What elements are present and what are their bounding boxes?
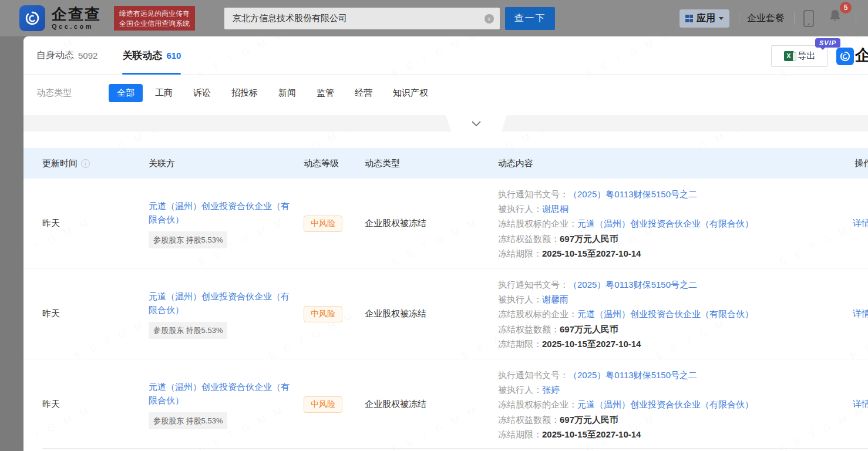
time-value: 昨天 (42, 308, 60, 318)
content-line: 冻结股权标的企业：元道（温州）创业投资合伙企业（有限合伙） (498, 307, 850, 321)
notifications-bell[interactable]: 5 (827, 7, 847, 29)
party-tag: 参股股东 持股5.53% (149, 412, 227, 429)
row-content: 执行通知书文号：（2025）粤0113财保5150号之二被执行人：张婷冻结股权标… (498, 359, 850, 449)
col-header-party: 关联方 (149, 158, 304, 169)
content-line-link[interactable]: （2025）粤0113财保5150号之二 (568, 370, 697, 380)
info-icon[interactable]: i (81, 159, 90, 168)
party-link[interactable]: 元道（温州）创业投资合伙企业（有限合伙） (149, 290, 290, 317)
type-value: 企业股权被冻结 (365, 308, 426, 318)
qcc-logo-icon[interactable] (19, 5, 45, 31)
collapse-toggle[interactable] (446, 115, 507, 132)
apps-label: 应用 (697, 12, 715, 25)
col-header-label: 动态类型 (365, 158, 400, 169)
content-line-label: 执行通知书文号： (498, 189, 568, 199)
content-line: 冻结期限：2025-10-15至2027-10-14 (498, 427, 850, 442)
row-party: 元道（温州）创业投资合伙企业（有限合伙） 参股股东 持股5.53% (149, 290, 304, 339)
content-line: 执行通知书文号：（2025）粤0113财保5150号之二 (498, 277, 850, 292)
content-line-label: 被执行人： (498, 204, 542, 214)
row-content: 执行通知书文号：（2025）粤0113财保5150号之二被执行人：谢馨雨冻结股权… (498, 269, 850, 359)
content-line-link[interactable]: （2025）粤0113财保5150号之二 (568, 189, 697, 199)
party-link[interactable]: 元道（温州）创业投资合伙企业（有限合伙） (149, 380, 290, 407)
mobile-app-icon[interactable] (803, 10, 814, 27)
qcc-mini-logo-icon[interactable] (836, 48, 854, 65)
detail-link[interactable]: 详情 (853, 218, 868, 228)
search-input[interactable] (224, 14, 485, 23)
filter-chip[interactable]: 工商 (155, 84, 173, 102)
search-box: x (224, 8, 500, 29)
filter-chip[interactable]: 全部 (109, 84, 143, 102)
party-link[interactable]: 元道（温州）创业投资合伙企业（有限合伙） (149, 199, 290, 226)
col-header-label: 关联方 (149, 158, 175, 169)
slogan-line1: 缔造有远见的商业传奇 (119, 9, 190, 18)
search-button[interactable]: 查一下 (505, 7, 555, 30)
content-line-value: 2025-10-15至2027-10-14 (542, 339, 641, 349)
qcc-logo-glyph (24, 10, 41, 26)
content-line: 被执行人：谢馨雨 (498, 292, 850, 307)
enterprise-package-link[interactable]: 企业套餐 (747, 12, 785, 25)
type-value: 企业股权被冻结 (365, 399, 426, 409)
brand-block[interactable]: 企查查 Qcc.com (52, 6, 101, 30)
content-line: 冻结股权标的企业：元道（温州）创业投资合伙企业（有限合伙） (498, 397, 850, 412)
content-line: 被执行人：谢思桐 (498, 201, 850, 216)
slogan-banner: 缔造有远见的商业传奇 全国企业信用查询系统 (114, 6, 195, 31)
filter-collapse-strip (23, 115, 868, 132)
row-party: 元道（温州）创业投资合伙企业（有限合伙） 参股股东 持股5.53% (149, 199, 304, 248)
content-line: 被执行人：张婷 (498, 382, 850, 397)
content-line-link[interactable]: 谢思桐 (542, 204, 568, 214)
row-action: 详情 (850, 308, 868, 319)
filter-chip[interactable]: 诉讼 (193, 84, 211, 102)
tab-count: 610 (166, 51, 181, 60)
row-level: 中风险 (304, 306, 365, 322)
detail-link[interactable]: 详情 (853, 308, 868, 318)
content-line: 冻结股权标的企业：元道（温州）创业投资合伙企业（有限合伙） (498, 216, 850, 231)
filter-label: 动态类型 (36, 87, 109, 99)
content-line-label: 执行通知书文号： (498, 370, 568, 380)
content-line-label: 冻结权益数额： (498, 324, 560, 334)
content-line: 冻结期限：2025-10-15至2027-10-14 (498, 246, 850, 261)
export-label: 导出 (798, 51, 816, 62)
filter-chip[interactable]: 新闻 (278, 84, 296, 102)
tab-related-dynamics[interactable]: 关联动态 610 (122, 36, 181, 75)
filter-chip[interactable]: 招投标 (231, 84, 258, 102)
dynamics-panel: E E 7 G M ME E 7 G M ME E 7 G M ME E 7 G… (23, 36, 868, 451)
row-party: 元道（温州）创业投资合伙企业（有限合伙） 参股股东 持股5.53% (149, 380, 304, 429)
filter-chip[interactable]: 监管 (317, 84, 334, 102)
apps-grid-icon (685, 15, 693, 22)
col-header-label: 动态内容 (498, 158, 533, 169)
content-line-label: 执行通知书文号： (498, 280, 568, 290)
content-line-link[interactable]: 元道（温州）创业投资合伙企业（有限合伙） (577, 399, 753, 409)
top-header-bar: 企查查 Qcc.com 缔造有远见的商业传奇 全国企业信用查询系统 x 查一下 … (0, 0, 868, 36)
table-header: 更新时间 i 关联方 动态等级 动态类型 动态内容 操作 (23, 148, 868, 179)
filter-row: 动态类型 全部工商诉讼招投标新闻监管经营知识产权 (23, 75, 868, 112)
chevron-down-icon (719, 17, 724, 20)
content-line-link[interactable]: 谢馨雨 (542, 294, 568, 304)
content-line-link[interactable]: 张婷 (542, 385, 560, 395)
time-value: 昨天 (42, 399, 60, 409)
content-line-link[interactable]: 元道（温州）创业投资合伙企业（有限合伙） (577, 309, 753, 319)
filter-chip[interactable]: 经营 (355, 84, 372, 102)
content-line-link[interactable]: 元道（温州）创业投资合伙企业（有限合伙） (577, 218, 753, 228)
row-content: 执行通知书文号：（2025）粤0113财保5150号之二被执行人：谢思桐冻结股权… (498, 179, 850, 268)
content-line-value: 2025-10-15至2027-10-14 (542, 429, 641, 439)
apps-menu-button[interactable]: 应用 (679, 9, 729, 28)
row-type: 企业股权被冻结 (365, 218, 498, 229)
row-type: 企业股权被冻结 (365, 308, 498, 319)
risk-level-badge: 中风险 (304, 396, 342, 413)
table-row: 昨天 元道（温州）创业投资合伙企业（有限合伙） 参股股东 持股5.53% 中风险… (23, 359, 868, 449)
detail-link[interactable]: 详情 (853, 399, 868, 409)
row-level: 中风险 (304, 396, 365, 413)
content-line: 冻结权益数额：697万元人民币 (498, 231, 850, 246)
content-line-link[interactable]: （2025）粤0113财保5150号之二 (568, 280, 697, 290)
qcc-logo-glyph (839, 51, 851, 62)
filter-chip[interactable]: 知识产权 (393, 84, 428, 102)
table-row: 昨天 元道（温州）创业投资合伙企业（有限合伙） 参股股东 持股5.53% 中风险… (23, 179, 868, 268)
clear-search-icon[interactable]: x (485, 14, 494, 23)
chevron-down-icon (472, 121, 481, 126)
tab-self-dynamics[interactable]: 自身动态 5092 (36, 36, 97, 75)
content-line-label: 被执行人： (498, 294, 542, 304)
col-header-type: 动态类型 (365, 158, 498, 169)
content-line: 冻结期限：2025-10-15至2027-10-14 (498, 336, 850, 351)
risk-level-badge: 中风险 (304, 216, 342, 232)
content-line-label: 冻结股权标的企业： (498, 399, 577, 409)
content-line-value: 2025-10-15至2027-10-14 (542, 248, 641, 258)
